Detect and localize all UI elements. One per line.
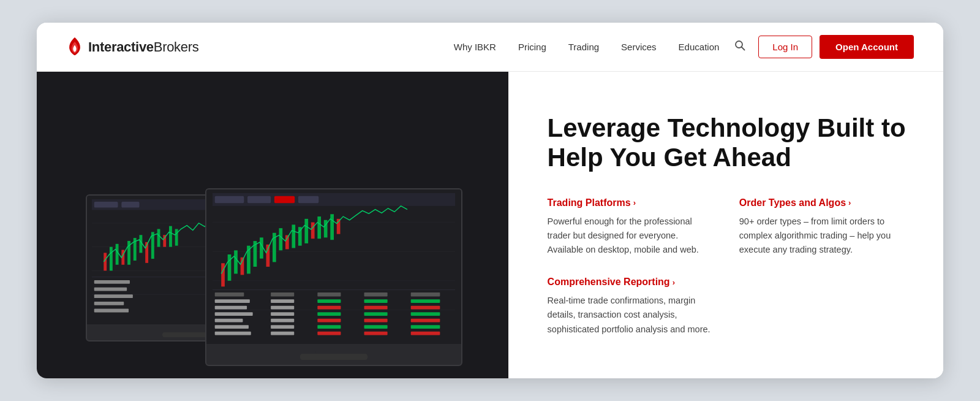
svg-rect-78 xyxy=(271,306,294,310)
svg-rect-94 xyxy=(317,325,341,329)
monitor-stand-back xyxy=(175,324,205,332)
svg-rect-56 xyxy=(279,228,282,250)
svg-rect-35 xyxy=(94,309,129,313)
svg-rect-10 xyxy=(110,247,113,271)
svg-rect-93 xyxy=(271,325,294,329)
trading-platforms-link[interactable]: Trading Platforms › xyxy=(548,197,715,208)
svg-rect-60 xyxy=(304,219,308,243)
search-icon[interactable] xyxy=(734,39,746,55)
monitors-scene xyxy=(37,72,508,378)
svg-rect-43 xyxy=(215,196,244,203)
chevron-icon-reporting: › xyxy=(673,278,675,287)
svg-rect-69 xyxy=(317,292,341,297)
svg-rect-76 xyxy=(411,299,440,303)
open-account-button[interactable]: Open Account xyxy=(820,35,914,59)
svg-rect-47 xyxy=(221,263,225,286)
svg-rect-72 xyxy=(215,299,250,303)
svg-rect-18 xyxy=(157,229,160,247)
svg-rect-53 xyxy=(260,237,263,258)
svg-rect-7 xyxy=(94,202,118,208)
nav-trading[interactable]: Trading xyxy=(568,42,599,52)
svg-rect-20 xyxy=(169,226,172,247)
svg-rect-61 xyxy=(311,223,315,239)
nav-why-ibkr[interactable]: Why IBKR xyxy=(454,42,496,52)
login-button[interactable]: Log In xyxy=(758,36,812,58)
svg-rect-99 xyxy=(317,332,341,335)
monitor-front xyxy=(205,188,462,366)
browser-window: InteractiveBrokers Why IBKR Pricing Trad… xyxy=(37,23,943,378)
svg-rect-95 xyxy=(364,325,387,329)
svg-rect-21 xyxy=(175,229,178,246)
svg-rect-71 xyxy=(411,292,440,297)
svg-rect-46 xyxy=(298,196,318,203)
feature-trading-platforms: Trading Platforms › Powerful enough for … xyxy=(548,197,715,258)
monitor-stand-front xyxy=(315,344,352,354)
svg-rect-67 xyxy=(215,292,244,297)
svg-rect-90 xyxy=(364,319,387,323)
svg-rect-101 xyxy=(411,332,440,335)
chevron-icon-trading: › xyxy=(633,198,636,207)
svg-rect-70 xyxy=(364,292,387,297)
svg-rect-29 xyxy=(94,294,133,298)
hero-title: Leverage Technology Built to Help You Ge… xyxy=(548,113,907,173)
svg-rect-92 xyxy=(215,325,249,329)
svg-rect-89 xyxy=(317,319,341,323)
svg-rect-62 xyxy=(317,216,321,239)
svg-rect-57 xyxy=(285,235,289,250)
svg-rect-49 xyxy=(234,250,238,273)
nav-links: Why IBKR Pricing Trading Services Educat… xyxy=(454,42,720,53)
logo-text: InteractiveBrokers xyxy=(88,39,198,55)
svg-rect-66 xyxy=(213,289,455,290)
svg-rect-97 xyxy=(215,332,251,335)
feature-order-types: Order Types and Algos › 90+ order types … xyxy=(739,197,907,258)
svg-rect-73 xyxy=(271,299,294,303)
logo[interactable]: InteractiveBrokers xyxy=(66,37,198,57)
features-grid: Trading Platforms › Powerful enough for … xyxy=(548,197,907,337)
order-types-desc: 90+ order types – from limit orders to c… xyxy=(739,215,907,258)
feature-reporting: Comprehensive Reporting › Real-time trad… xyxy=(548,277,715,337)
svg-rect-8 xyxy=(121,202,139,208)
logo-icon xyxy=(66,37,83,57)
svg-rect-82 xyxy=(215,312,253,316)
comprehensive-reporting-link[interactable]: Comprehensive Reporting › xyxy=(548,277,715,288)
svg-rect-77 xyxy=(215,306,247,310)
nav-education[interactable]: Education xyxy=(679,42,720,52)
svg-rect-96 xyxy=(411,325,440,329)
svg-rect-75 xyxy=(364,299,387,303)
svg-rect-32 xyxy=(94,302,124,305)
svg-rect-74 xyxy=(317,299,341,303)
svg-rect-11 xyxy=(116,244,119,265)
svg-rect-64 xyxy=(330,214,334,240)
svg-rect-86 xyxy=(411,312,440,316)
svg-rect-91 xyxy=(411,319,440,323)
svg-rect-87 xyxy=(215,319,243,323)
navbar: InteractiveBrokers Why IBKR Pricing Trad… xyxy=(37,23,943,72)
svg-rect-23 xyxy=(94,280,130,284)
reporting-desc: Real-time trade confirmations, margin de… xyxy=(548,294,715,337)
monitor-front-screen xyxy=(206,189,461,344)
svg-rect-26 xyxy=(94,288,127,291)
svg-rect-88 xyxy=(271,319,294,323)
trading-platforms-desc: Powerful enough for the professional tra… xyxy=(548,215,715,258)
svg-rect-85 xyxy=(364,312,387,316)
svg-rect-100 xyxy=(364,332,387,335)
svg-rect-81 xyxy=(411,306,440,310)
chevron-icon-orders: › xyxy=(848,198,851,207)
svg-rect-80 xyxy=(364,306,387,310)
nav-pricing[interactable]: Pricing xyxy=(518,42,546,52)
hero-image xyxy=(37,72,508,378)
svg-rect-48 xyxy=(227,254,231,281)
svg-line-1 xyxy=(742,47,745,50)
svg-rect-98 xyxy=(271,332,294,335)
svg-rect-44 xyxy=(247,196,271,203)
svg-rect-79 xyxy=(317,306,341,310)
order-types-link[interactable]: Order Types and Algos › xyxy=(739,197,907,208)
svg-rect-83 xyxy=(271,312,294,316)
svg-rect-58 xyxy=(292,224,295,248)
svg-rect-45 xyxy=(274,196,295,203)
svg-rect-68 xyxy=(271,292,294,297)
hero-content: Leverage Technology Built to Help You Ge… xyxy=(508,72,943,378)
hero-section: Leverage Technology Built to Help You Ge… xyxy=(37,72,943,378)
svg-rect-84 xyxy=(317,312,341,316)
nav-services[interactable]: Services xyxy=(621,42,657,52)
